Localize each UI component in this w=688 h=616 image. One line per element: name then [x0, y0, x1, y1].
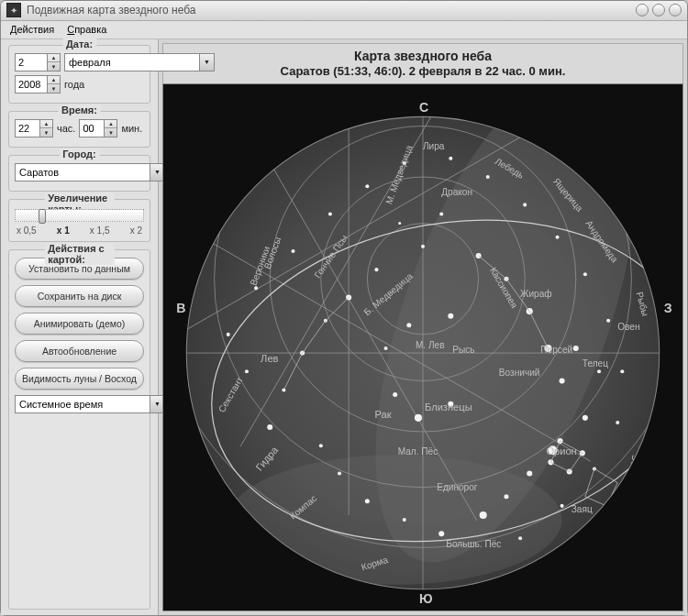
day-up[interactable]: ▲	[48, 54, 60, 63]
menubar: Действия Справка	[1, 21, 687, 39]
date-group: Дата: ▲▼ ▼ ▲▼ года	[8, 45, 150, 104]
svg-point-48	[365, 184, 369, 188]
actions-group: Действия с картой: Установить по данным …	[8, 249, 150, 610]
zoom-slider[interactable]	[15, 209, 144, 222]
map-title-line2: Саратов (51:33, 46:0). 2 февраля в 22 ча…	[167, 64, 679, 80]
svg-point-37	[480, 512, 487, 519]
svg-point-66	[384, 346, 388, 350]
city-combo[interactable]: ▼	[15, 163, 165, 182]
zoom-tick: x 1	[57, 226, 70, 236]
minute-up[interactable]: ▲	[105, 120, 117, 129]
day-input[interactable]	[15, 53, 48, 72]
svg-point-55	[606, 319, 610, 323]
time-source-combo[interactable]: ▼	[15, 395, 165, 413]
svg-text:Единорог: Единорог	[437, 482, 478, 492]
zoom-ticks: x 0,5 x 1 x 1,5 x 2	[15, 226, 144, 236]
svg-text:Персей: Персей	[540, 345, 572, 355]
svg-text:Овен: Овен	[617, 322, 639, 332]
menu-actions[interactable]: Действия	[10, 24, 54, 35]
moon-sunrise-button[interactable]: Видимость луны / Восход	[15, 368, 144, 390]
svg-point-64	[448, 314, 453, 319]
cardinal-e: В	[176, 301, 185, 315]
svg-point-47	[328, 212, 332, 215]
year-unit: года	[64, 79, 84, 90]
main-panel: Карта звездного неба Саратов (51:33, 46:…	[159, 39, 687, 615]
auto-update-button[interactable]: Автообновление	[15, 340, 144, 362]
cardinal-w: З	[664, 301, 672, 315]
titlebar[interactable]: ✦ Подвижная карта звездного неба	[1, 1, 687, 21]
actions-label: Действия с картой:	[44, 243, 115, 265]
svg-text:Орион: Орион	[546, 446, 576, 456]
svg-text:Мал. Пёс: Мал. Пёс	[398, 446, 438, 456]
svg-text:Жираф: Жираф	[520, 289, 552, 299]
city-label: Город:	[59, 148, 99, 160]
save-to-disk-button[interactable]: Сохранить на диск	[15, 285, 144, 307]
star-map[interactable]: С Ю В З	[162, 83, 683, 611]
svg-point-21	[398, 222, 401, 225]
svg-point-52	[523, 203, 527, 206]
day-stepper[interactable]: ▲▼	[15, 53, 61, 72]
svg-point-39	[403, 518, 406, 522]
svg-text:Телец: Телец	[583, 358, 608, 368]
minute-input[interactable]	[79, 119, 105, 138]
svg-point-27	[267, 424, 272, 430]
svg-point-60	[518, 536, 522, 540]
hour-down[interactable]: ▼	[40, 128, 52, 137]
hour-unit: час.	[57, 123, 75, 134]
month-combo[interactable]: ▼	[64, 53, 215, 72]
svg-point-54	[583, 272, 587, 276]
svg-point-53	[556, 236, 560, 239]
close-button[interactable]	[669, 4, 682, 16]
hour-stepper[interactable]: ▲▼	[15, 119, 53, 138]
zoom-tick: x 1,5	[90, 226, 110, 236]
minute-unit: мин.	[121, 123, 142, 134]
city-input[interactable]	[15, 163, 150, 182]
year-input[interactable]	[15, 75, 48, 94]
maximize-button[interactable]	[652, 4, 665, 16]
svg-point-33	[583, 415, 588, 421]
zoom-tick: x 0,5	[17, 226, 37, 236]
svg-point-50	[449, 157, 452, 160]
menu-help[interactable]: Справка	[67, 24, 106, 35]
svg-point-61	[415, 414, 422, 422]
svg-point-59	[560, 504, 564, 508]
month-input[interactable]	[64, 53, 200, 72]
zoom-thumb[interactable]	[39, 209, 46, 224]
city-group: Город: ▼	[8, 155, 150, 192]
svg-point-36	[504, 494, 508, 499]
time-source-input[interactable]	[15, 395, 150, 413]
map-title-line1: Карта звездного неба	[167, 48, 679, 64]
zoom-tick: x 2	[130, 226, 142, 236]
minute-down[interactable]: ▼	[105, 128, 117, 137]
svg-point-65	[406, 323, 411, 327]
svg-point-22	[374, 268, 378, 271]
year-down[interactable]: ▼	[48, 84, 60, 93]
app-window: ✦ Подвижная карта звездного неба Действи…	[0, 0, 688, 616]
minimize-button[interactable]	[636, 4, 649, 16]
svg-text:Рак: Рак	[374, 409, 391, 420]
svg-point-44	[227, 333, 230, 336]
time-group: Время: ▲▼ час. ▲▼ мин.	[8, 111, 150, 148]
hour-up[interactable]: ▲	[40, 120, 52, 129]
svg-text:Возничий: Возничий	[499, 368, 540, 378]
cardinal-n: С	[419, 100, 428, 115]
year-up[interactable]: ▲	[48, 76, 60, 85]
year-stepper[interactable]: ▲▼	[15, 75, 61, 94]
animate-demo-button[interactable]: Анимировать (демо)	[15, 313, 144, 335]
hour-input[interactable]	[15, 119, 40, 138]
svg-point-38	[438, 531, 444, 536]
cardinal-s: Ю	[419, 591, 433, 606]
month-dropdown-icon[interactable]: ▼	[200, 53, 215, 72]
svg-point-32	[560, 378, 565, 383]
map-header: Карта звездного неба Саратов (51:33, 46:…	[162, 43, 683, 83]
svg-point-40	[365, 499, 370, 503]
time-label: Время:	[58, 104, 101, 116]
date-label: Дата:	[62, 38, 96, 50]
svg-point-42	[319, 444, 323, 447]
app-icon: ✦	[6, 3, 21, 17]
svg-point-46	[291, 249, 294, 253]
minute-stepper[interactable]: ▲▼	[79, 119, 117, 138]
svg-text:Лира: Лира	[423, 141, 445, 151]
svg-point-51	[486, 175, 490, 179]
day-down[interactable]: ▼	[48, 62, 60, 71]
